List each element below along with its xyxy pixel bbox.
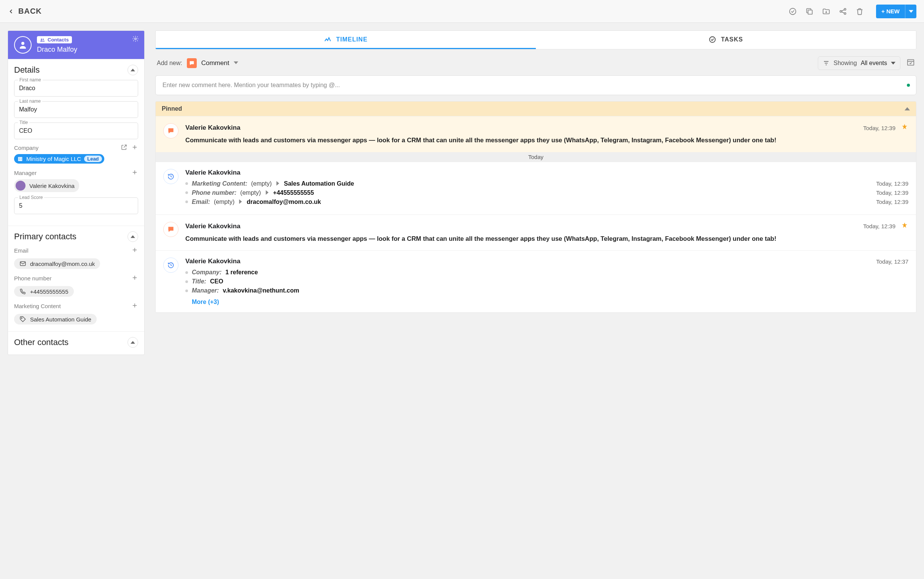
record-name: Draco Malfoy (37, 46, 77, 54)
pin-icon[interactable] (901, 222, 908, 231)
timeline-entry: Valerie Kakovkina Today, 12:39 Communica… (156, 116, 916, 152)
folder-badge[interactable]: Contacts (37, 36, 72, 43)
svg-point-15 (21, 318, 22, 319)
entry-author: Valerie Kakovkina (185, 222, 241, 230)
collapse-primary[interactable] (128, 231, 138, 242)
timeline-toolbar: Add new: Comment Showing All events (157, 56, 915, 70)
back-label: BACK (18, 7, 42, 16)
add-new-dropdown[interactable] (234, 60, 238, 67)
marketing-content-label: Marketing Content (14, 303, 61, 309)
add-company-icon[interactable] (131, 144, 138, 152)
svg-rect-9 (18, 157, 23, 161)
record-sidebar: Contacts Draco Malfoy Details First name… (8, 30, 144, 355)
history-icon (163, 258, 179, 273)
svg-point-6 (41, 38, 42, 40)
add-phone-icon[interactable] (131, 274, 138, 282)
manager-chip[interactable]: Valerie Kakovkina (14, 179, 79, 192)
mail-icon (20, 260, 26, 267)
topbar-actions: + NEW (788, 5, 916, 18)
add-new: Add new: Comment (157, 58, 238, 68)
tabs: TIMELINE TASKS (155, 30, 916, 49)
svg-point-0 (790, 8, 796, 15)
arrow-right-icon (238, 199, 243, 205)
manager-label: Manager (14, 170, 36, 176)
svg-rect-12 (19, 159, 20, 160)
details-section: Details First name Last name Title Compa… (8, 59, 144, 226)
timeline-entry: Valerie Kakovkina Today, 12:39 Communica… (156, 214, 916, 251)
svg-rect-10 (19, 157, 20, 158)
svg-rect-17 (908, 60, 914, 65)
other-contacts-title: Other contacts (14, 337, 69, 347)
building-icon (17, 156, 23, 162)
comment-input[interactable]: Enter new comment here. Mention your tea… (155, 75, 916, 95)
event-filter[interactable]: Showing All events (818, 56, 900, 70)
title-input[interactable] (14, 123, 138, 139)
timeline-icon (324, 36, 331, 43)
entry-text: Communicate with leads and customers via… (185, 234, 908, 244)
back-button[interactable]: BACK (8, 7, 42, 16)
add-manager-icon[interactable] (131, 169, 138, 177)
primary-contacts-title: Primary contacts (14, 232, 77, 242)
pinned-header[interactable]: Pinned (156, 101, 916, 116)
svg-rect-1 (808, 10, 812, 14)
add-new-label: Add new: (157, 60, 182, 67)
entry-author: Valerie Kakovkina (185, 258, 241, 265)
add-new-type[interactable]: Comment (202, 59, 229, 67)
timeline-entry: Valerie Kakovkina Marketing Content: (em… (156, 162, 916, 214)
trash-icon[interactable] (855, 7, 864, 16)
gear-icon[interactable] (132, 35, 139, 44)
field-change: Marketing Content: (empty) Sales Automat… (185, 180, 908, 187)
manager-avatar (16, 181, 26, 191)
tasks-icon (709, 36, 716, 43)
add-content-icon[interactable] (131, 302, 138, 310)
content-chip[interactable]: Sales Automation Guide (14, 314, 97, 324)
collapse-other[interactable] (128, 337, 138, 348)
email-label: Email (14, 247, 29, 254)
add-email-icon[interactable] (131, 247, 138, 255)
field-change: Manager: v.kakovkina@nethunt.com (185, 287, 908, 294)
arrow-right-icon (275, 180, 280, 187)
other-contacts-section: Other contacts (8, 331, 144, 355)
svg-point-5 (21, 42, 25, 45)
new-button-label: + NEW (876, 5, 905, 18)
share-icon[interactable] (839, 7, 847, 16)
comment-type-icon (187, 58, 197, 68)
copy-icon[interactable] (805, 7, 814, 16)
person-icon (18, 40, 28, 49)
tab-timeline[interactable]: TIMELINE (156, 31, 536, 49)
tab-tasks[interactable]: TASKS (536, 31, 916, 49)
entry-time: Today, 12:39 (863, 223, 895, 229)
company-chip[interactable]: Ministry of Magic LLC Lead (14, 154, 104, 164)
svg-rect-13 (21, 159, 21, 160)
chevron-down-icon (891, 61, 895, 65)
task-icon[interactable] (788, 7, 797, 16)
company-stage: Lead (84, 155, 102, 162)
company-label: Company (14, 145, 38, 151)
new-button-dropdown[interactable] (905, 5, 916, 18)
email-chip[interactable]: dracomalfoy@mom.co.uk (14, 258, 100, 269)
title-field: Title (14, 123, 138, 139)
avatar (14, 36, 31, 54)
comment-icon (163, 222, 179, 237)
phone-label: Phone number (14, 275, 51, 281)
open-company-icon[interactable] (121, 144, 128, 152)
contacts-icon (40, 38, 45, 42)
phone-chip[interactable]: +44555555555 (14, 286, 74, 297)
timeline-entry: Valerie Kakovkina Today, 12:37 Company: … (156, 250, 916, 312)
more-link[interactable]: More (+3) (192, 299, 219, 306)
move-folder-icon[interactable] (822, 7, 831, 16)
comment-icon (163, 123, 179, 139)
phone-icon (20, 288, 26, 295)
svg-rect-11 (21, 157, 21, 158)
collapse-details[interactable] (128, 65, 138, 75)
day-separator: Today (156, 152, 916, 162)
svg-point-8 (135, 38, 137, 40)
svg-point-16 (710, 36, 716, 42)
new-button[interactable]: + NEW (876, 5, 916, 18)
field-change: Company: 1 reference (185, 269, 908, 276)
field-change: Title: CEO (185, 278, 908, 285)
entry-author: Valerie Kakovkina (185, 124, 241, 132)
field-change: Email: (empty) dracomalfoy@mom.co.uk Tod… (185, 199, 908, 205)
timeline-settings-icon[interactable] (906, 58, 915, 68)
pin-icon[interactable] (901, 123, 908, 132)
